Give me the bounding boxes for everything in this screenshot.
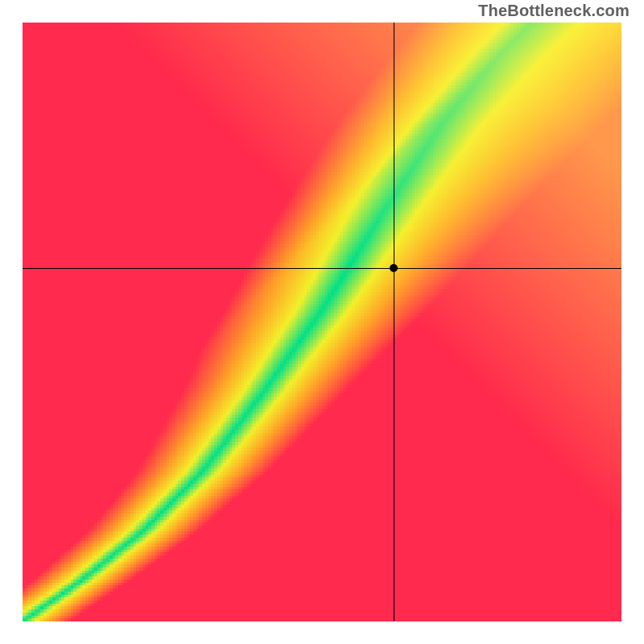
heatmap-canvas (23, 23, 621, 621)
watermark-text: TheBottleneck.com (478, 2, 630, 20)
crosshair-horizontal (23, 268, 621, 269)
crosshair-vertical (394, 23, 394, 621)
figure-container: TheBottleneck.com (0, 0, 644, 644)
heatmap-plot (23, 23, 621, 621)
